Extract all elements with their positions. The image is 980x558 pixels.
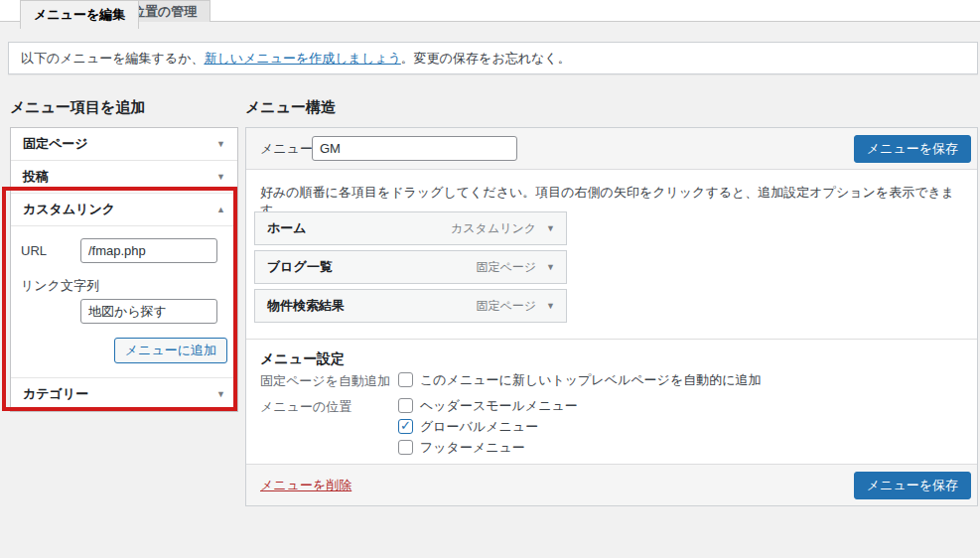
- accordion-custom-links[interactable]: カスタムリンク: [11, 194, 237, 226]
- menu-location-row-2[interactable]: フッターメニュー: [398, 439, 578, 456]
- link-text-label: リンク文字列: [21, 278, 99, 293]
- add-items-accordion: 固定ページ 投稿 カスタムリンク URL リンク文字列 メニューに追加 カテゴリ…: [10, 127, 238, 412]
- chevron-up-icon[interactable]: [216, 194, 225, 225]
- chevron-down-icon[interactable]: [216, 161, 225, 193]
- delete-menu-link[interactable]: メニューを削除: [260, 465, 351, 506]
- link-text-input[interactable]: [80, 299, 217, 324]
- menu-location-checkbox-2[interactable]: [398, 440, 413, 455]
- accordion-posts-label: 投稿: [23, 169, 49, 184]
- menu-item-label: 物件検索結果: [267, 290, 345, 322]
- menu-item-home[interactable]: ホーム カスタムリンク: [254, 211, 567, 245]
- accordion-pages[interactable]: 固定ページ: [11, 128, 237, 161]
- notice-bar: 以下のメニューを編集するか、新しいメニューを作成しましょう。変更の保存をお忘れな…: [8, 42, 978, 74]
- chevron-down-icon[interactable]: [546, 251, 555, 283]
- accordion-pages-label: 固定ページ: [23, 136, 88, 151]
- custom-link-panel: URL リンク文字列 メニューに追加: [11, 226, 237, 378]
- menu-name-input[interactable]: [312, 136, 517, 161]
- panel-footer: メニューを削除 メニューを保存: [246, 464, 977, 505]
- menu-location-checkbox-1[interactable]: [398, 419, 413, 434]
- chevron-down-icon[interactable]: [546, 290, 555, 322]
- url-label: URL: [21, 243, 80, 258]
- menu-structure-heading: メニュー構造: [245, 98, 336, 117]
- notice-text-post: 。変更の保存をお忘れなく。: [401, 51, 571, 66]
- menu-item-type: 固定ページ: [476, 251, 536, 283]
- url-input[interactable]: [80, 238, 217, 263]
- menu-item-blog[interactable]: ブログ一覧 固定ページ: [254, 250, 567, 284]
- chevron-down-icon[interactable]: [216, 378, 225, 410]
- chevron-down-icon[interactable]: [546, 212, 555, 244]
- menu-item-type: カスタムリンク: [451, 212, 536, 244]
- accordion-custom-links-label: カスタムリンク: [23, 202, 115, 216]
- auto-add-option[interactable]: このメニューに新しいトップレベルページを自動的に追加: [398, 371, 761, 388]
- menu-item-type: 固定ページ: [476, 290, 536, 322]
- auto-add-option-label: このメニューに新しいトップレベルページを自動的に追加: [420, 371, 761, 389]
- menu-location-option-label: フッターメニュー: [420, 439, 525, 457]
- menu-location-option-label: グローバルメニュー: [420, 418, 538, 436]
- menu-location-label: メニューの位置: [260, 398, 351, 416]
- menu-name-bar: メニュー名 メニューを保存: [246, 128, 977, 170]
- notice-text-pre: 以下のメニューを編集するか、: [21, 51, 204, 66]
- menu-location-checkbox-0[interactable]: [398, 398, 413, 413]
- menu-location-row-0[interactable]: ヘッダースモールメニュー: [398, 397, 578, 414]
- menu-item-list: ホーム カスタムリンク ブログ一覧 固定ページ 物件検索結果 固定ページ: [254, 211, 567, 328]
- menu-structure-panel: メニュー名 メニューを保存 好みの順番に各項目をドラッグしてください。項目の右側…: [245, 127, 978, 506]
- accordion-posts[interactable]: 投稿: [11, 161, 237, 194]
- save-menu-button-bottom[interactable]: メニューを保存: [854, 472, 971, 499]
- add-menu-items-heading: メニュー項目を追加: [10, 98, 145, 117]
- add-to-menu-button[interactable]: メニューに追加: [114, 338, 227, 363]
- auto-add-checkbox[interactable]: [398, 372, 413, 387]
- menu-item-search-results[interactable]: 物件検索結果 固定ページ: [254, 289, 567, 323]
- menu-settings-heading: メニュー設定: [260, 350, 345, 368]
- accordion-categories[interactable]: カテゴリー: [11, 378, 237, 411]
- menu-item-label: ブログ一覧: [267, 251, 333, 283]
- menu-location-option-label: ヘッダースモールメニュー: [420, 397, 578, 415]
- create-new-menu-link[interactable]: 新しいメニューを作成しましょう: [204, 51, 400, 66]
- chevron-down-icon[interactable]: [216, 128, 225, 160]
- tab-edit-menus[interactable]: メニューを編集: [20, 0, 139, 29]
- menu-item-label: ホーム: [267, 212, 307, 244]
- accordion-categories-label: カテゴリー: [23, 386, 88, 401]
- divider: [246, 339, 977, 340]
- auto-add-label: 固定ページを自動追加: [260, 372, 390, 390]
- menu-location-row-1[interactable]: グローバルメニュー: [398, 418, 578, 435]
- save-menu-button-top[interactable]: メニューを保存: [854, 135, 971, 163]
